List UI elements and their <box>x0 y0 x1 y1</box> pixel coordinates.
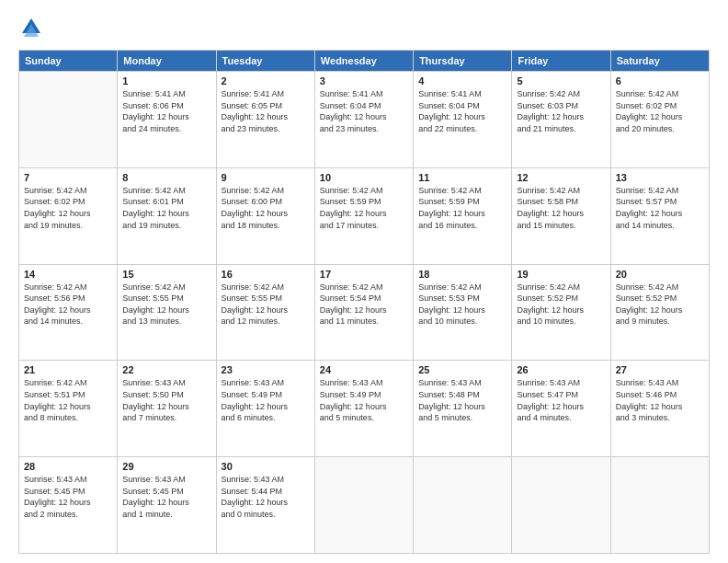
day-info: Sunrise: 5:42 AM Sunset: 5:52 PM Dayligh… <box>517 282 605 327</box>
day-number: 24 <box>320 364 408 375</box>
calendar-cell <box>314 457 413 554</box>
calendar-cell: 16Sunrise: 5:42 AM Sunset: 5:55 PM Dayli… <box>216 264 314 361</box>
day-number: 19 <box>517 269 605 280</box>
calendar-cell <box>19 72 118 168</box>
day-info: Sunrise: 5:43 AM Sunset: 5:46 PM Dayligh… <box>616 377 704 423</box>
calendar-cell: 3Sunrise: 5:41 AM Sunset: 6:04 PM Daylig… <box>314 72 413 168</box>
day-info: Sunrise: 5:42 AM Sunset: 5:52 PM Dayligh… <box>616 282 704 327</box>
calendar-cell: 10Sunrise: 5:42 AM Sunset: 5:59 PM Dayli… <box>314 167 413 264</box>
day-number: 6 <box>616 75 704 86</box>
calendar-cell: 8Sunrise: 5:42 AM Sunset: 6:01 PM Daylig… <box>118 167 216 264</box>
col-header-saturday: Saturday <box>610 51 709 72</box>
day-info: Sunrise: 5:42 AM Sunset: 6:00 PM Dayligh… <box>222 185 310 231</box>
col-header-tuesday: Tuesday <box>216 51 314 72</box>
day-info: Sunrise: 5:42 AM Sunset: 5:53 PM Dayligh… <box>418 282 506 327</box>
week-row-2: 7Sunrise: 5:42 AM Sunset: 6:02 PM Daylig… <box>19 167 710 264</box>
day-number: 9 <box>222 172 310 183</box>
calendar-cell: 11Sunrise: 5:42 AM Sunset: 5:59 PM Dayli… <box>414 167 512 264</box>
col-header-wednesday: Wednesday <box>314 51 413 72</box>
day-number: 3 <box>320 75 408 86</box>
day-info: Sunrise: 5:42 AM Sunset: 5:54 PM Dayligh… <box>320 282 408 327</box>
calendar-cell: 15Sunrise: 5:42 AM Sunset: 5:55 PM Dayli… <box>118 264 216 361</box>
calendar-cell: 29Sunrise: 5:43 AM Sunset: 5:45 PM Dayli… <box>118 457 216 554</box>
day-number: 26 <box>517 364 605 375</box>
calendar-cell: 22Sunrise: 5:43 AM Sunset: 5:50 PM Dayli… <box>118 361 216 457</box>
day-info: Sunrise: 5:42 AM Sunset: 5:57 PM Dayligh… <box>616 185 704 231</box>
day-info: Sunrise: 5:42 AM Sunset: 6:02 PM Dayligh… <box>616 88 704 134</box>
day-info: Sunrise: 5:43 AM Sunset: 5:48 PM Dayligh… <box>418 377 506 423</box>
day-info: Sunrise: 5:41 AM Sunset: 6:04 PM Dayligh… <box>320 88 408 134</box>
day-number: 13 <box>616 172 704 183</box>
calendar-cell: 12Sunrise: 5:42 AM Sunset: 5:58 PM Dayli… <box>512 167 610 264</box>
day-number: 10 <box>320 172 408 183</box>
day-info: Sunrise: 5:42 AM Sunset: 6:03 PM Dayligh… <box>517 88 605 134</box>
day-number: 28 <box>24 461 112 472</box>
week-row-5: 28Sunrise: 5:43 AM Sunset: 5:45 PM Dayli… <box>19 457 710 554</box>
col-header-monday: Monday <box>118 51 216 72</box>
day-number: 8 <box>122 172 210 183</box>
day-info: Sunrise: 5:43 AM Sunset: 5:45 PM Dayligh… <box>24 474 112 520</box>
day-number: 2 <box>222 75 310 86</box>
day-info: Sunrise: 5:43 AM Sunset: 5:49 PM Dayligh… <box>320 377 408 423</box>
day-info: Sunrise: 5:42 AM Sunset: 6:01 PM Dayligh… <box>122 185 210 231</box>
day-number: 25 <box>418 364 506 375</box>
day-info: Sunrise: 5:43 AM Sunset: 5:47 PM Dayligh… <box>517 377 605 423</box>
calendar-cell: 1Sunrise: 5:41 AM Sunset: 6:06 PM Daylig… <box>118 72 216 168</box>
day-number: 21 <box>24 364 112 375</box>
col-header-friday: Friday <box>512 51 610 72</box>
day-number: 20 <box>616 269 704 280</box>
day-number: 7 <box>24 172 112 183</box>
calendar-cell <box>414 457 512 554</box>
day-info: Sunrise: 5:42 AM Sunset: 5:51 PM Dayligh… <box>24 377 112 423</box>
calendar-table: SundayMondayTuesdayWednesdayThursdayFrid… <box>18 50 710 554</box>
calendar-cell: 24Sunrise: 5:43 AM Sunset: 5:49 PM Dayli… <box>314 361 413 457</box>
day-number: 18 <box>418 269 506 280</box>
col-header-sunday: Sunday <box>19 51 118 72</box>
day-number: 14 <box>24 269 112 280</box>
day-number: 11 <box>418 172 506 183</box>
day-info: Sunrise: 5:42 AM Sunset: 5:59 PM Dayligh… <box>418 185 506 231</box>
day-number: 23 <box>222 364 310 375</box>
calendar-cell: 21Sunrise: 5:42 AM Sunset: 5:51 PM Dayli… <box>19 361 118 457</box>
calendar-cell <box>610 457 709 554</box>
day-info: Sunrise: 5:43 AM Sunset: 5:44 PM Dayligh… <box>222 474 310 520</box>
calendar-cell: 2Sunrise: 5:41 AM Sunset: 6:05 PM Daylig… <box>216 72 314 168</box>
day-number: 1 <box>122 75 210 86</box>
day-info: Sunrise: 5:43 AM Sunset: 5:50 PM Dayligh… <box>122 377 210 423</box>
calendar-cell: 25Sunrise: 5:43 AM Sunset: 5:48 PM Dayli… <box>414 361 512 457</box>
calendar-cell: 7Sunrise: 5:42 AM Sunset: 6:02 PM Daylig… <box>19 167 118 264</box>
calendar-cell: 23Sunrise: 5:43 AM Sunset: 5:49 PM Dayli… <box>216 361 314 457</box>
day-info: Sunrise: 5:43 AM Sunset: 5:49 PM Dayligh… <box>222 377 310 423</box>
day-number: 12 <box>517 172 605 183</box>
day-info: Sunrise: 5:41 AM Sunset: 6:06 PM Dayligh… <box>122 88 210 134</box>
calendar-cell: 4Sunrise: 5:41 AM Sunset: 6:04 PM Daylig… <box>414 72 512 168</box>
calendar-cell: 18Sunrise: 5:42 AM Sunset: 5:53 PM Dayli… <box>414 264 512 361</box>
week-row-4: 21Sunrise: 5:42 AM Sunset: 5:51 PM Dayli… <box>19 361 710 457</box>
calendar-cell: 14Sunrise: 5:42 AM Sunset: 5:56 PM Dayli… <box>19 264 118 361</box>
calendar-cell: 27Sunrise: 5:43 AM Sunset: 5:46 PM Dayli… <box>610 361 709 457</box>
calendar-page: SundayMondayTuesdayWednesdayThursdayFrid… <box>0 0 728 563</box>
day-number: 15 <box>122 269 210 280</box>
day-info: Sunrise: 5:42 AM Sunset: 5:55 PM Dayligh… <box>222 282 310 327</box>
logo <box>18 15 48 40</box>
day-number: 27 <box>616 364 704 375</box>
calendar-cell: 6Sunrise: 5:42 AM Sunset: 6:02 PM Daylig… <box>610 72 709 168</box>
calendar-cell: 5Sunrise: 5:42 AM Sunset: 6:03 PM Daylig… <box>512 72 610 168</box>
day-info: Sunrise: 5:42 AM Sunset: 5:59 PM Dayligh… <box>320 185 408 231</box>
calendar-cell: 20Sunrise: 5:42 AM Sunset: 5:52 PM Dayli… <box>610 264 709 361</box>
week-row-1: 1Sunrise: 5:41 AM Sunset: 6:06 PM Daylig… <box>19 72 710 168</box>
day-number: 17 <box>320 269 408 280</box>
calendar-cell: 13Sunrise: 5:42 AM Sunset: 5:57 PM Dayli… <box>610 167 709 264</box>
day-info: Sunrise: 5:43 AM Sunset: 5:45 PM Dayligh… <box>122 474 210 520</box>
day-info: Sunrise: 5:42 AM Sunset: 5:58 PM Dayligh… <box>517 185 605 231</box>
calendar-cell: 30Sunrise: 5:43 AM Sunset: 5:44 PM Dayli… <box>216 457 314 554</box>
col-header-thursday: Thursday <box>414 51 512 72</box>
day-number: 30 <box>222 461 310 472</box>
logo-icon <box>18 15 44 40</box>
calendar-cell: 28Sunrise: 5:43 AM Sunset: 5:45 PM Dayli… <box>19 457 118 554</box>
calendar-cell: 19Sunrise: 5:42 AM Sunset: 5:52 PM Dayli… <box>512 264 610 361</box>
day-info: Sunrise: 5:42 AM Sunset: 5:55 PM Dayligh… <box>122 282 210 327</box>
day-number: 5 <box>517 75 605 86</box>
header <box>18 15 710 40</box>
day-number: 29 <box>122 461 210 472</box>
